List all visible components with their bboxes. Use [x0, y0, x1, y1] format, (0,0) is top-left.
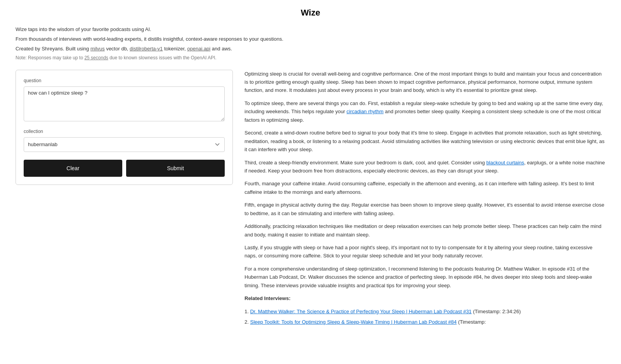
response-para-5: Fourth, manage your caffeine intake. Avo… — [245, 179, 605, 196]
right-panel: Optimizing sleep is crucial for overall … — [245, 70, 605, 329]
interview-1-number: 1. — [245, 309, 249, 314]
question-textarea[interactable]: how can I optimize sleep ? — [24, 86, 225, 121]
response-para-7: Additionally, practicing relaxation tech… — [245, 222, 605, 239]
response-para-6: Fifth, engage in physical activity durin… — [245, 201, 605, 217]
collection-select[interactable]: hubermanlab — [24, 137, 225, 152]
interview-2-number: 2. — [245, 319, 249, 325]
related-title: Related Interviews: — [245, 294, 605, 302]
intro-section: Wize taps into the wisdom of your favori… — [16, 26, 605, 62]
clear-button[interactable]: Clear — [24, 160, 122, 177]
submit-button[interactable]: Submit — [126, 160, 225, 177]
response-para-3: Second, create a wind-down routine befor… — [245, 129, 605, 154]
interview-2-timestamp: (Timestamp: — [458, 319, 486, 325]
circadian-link[interactable]: circadian rhythm — [347, 109, 383, 114]
interview-1-timestamp: (Timestamp: 2:34:26) — [473, 309, 521, 314]
intro-line1: Wize taps into the wisdom of your favori… — [16, 26, 605, 34]
intro-line2: From thousands of interviews with world-… — [16, 35, 605, 43]
app-title: Wize — [16, 8, 605, 18]
interview-item-1: 1. Dr. Matthew Walker: The Science & Pra… — [245, 307, 605, 316]
interview-2-link[interactable]: Sleep Toolkit: Tools for Optimizing Slee… — [250, 319, 456, 325]
intro-line3: Created by Shreyans. Built using milvus … — [16, 45, 605, 53]
button-row: Clear Submit — [24, 160, 225, 177]
blackout-link[interactable]: blackout curtains — [486, 160, 524, 166]
interview-1-link[interactable]: Dr. Matthew Walker: The Science & Practi… — [250, 309, 472, 314]
slowness-link[interactable]: 25 seconds — [84, 55, 108, 60]
milvus-link[interactable]: milvus — [90, 46, 105, 52]
collection-label: collection — [24, 129, 225, 134]
response-para-1: Optimizing sleep is crucial for overall … — [245, 70, 605, 95]
interview-item-2: 2. Sleep Toolkit: Tools for Optimizing S… — [245, 318, 605, 326]
distilroberta-link[interactable]: distilroberta-v1 — [130, 46, 163, 52]
response-para-8: Lastly, if you struggle with sleep or ha… — [245, 243, 605, 260]
response-para-2: To optimize sleep, there are several thi… — [245, 99, 605, 124]
main-layout: question how can I optimize sleep ? coll… — [16, 70, 605, 329]
openai-link[interactable]: openai.api — [187, 46, 210, 52]
form-card: question how can I optimize sleep ? coll… — [16, 70, 233, 185]
response-para-9: For a more comprehensive understanding o… — [245, 265, 605, 290]
response-para-4: Third, create a sleep-friendly environme… — [245, 159, 605, 175]
note-text: Note: Responses may take up to 25 second… — [16, 54, 605, 62]
related-interviews: Related Interviews: 1. Dr. Matthew Walke… — [245, 294, 605, 326]
left-panel: question how can I optimize sleep ? coll… — [16, 70, 233, 185]
question-label: question — [24, 78, 225, 83]
